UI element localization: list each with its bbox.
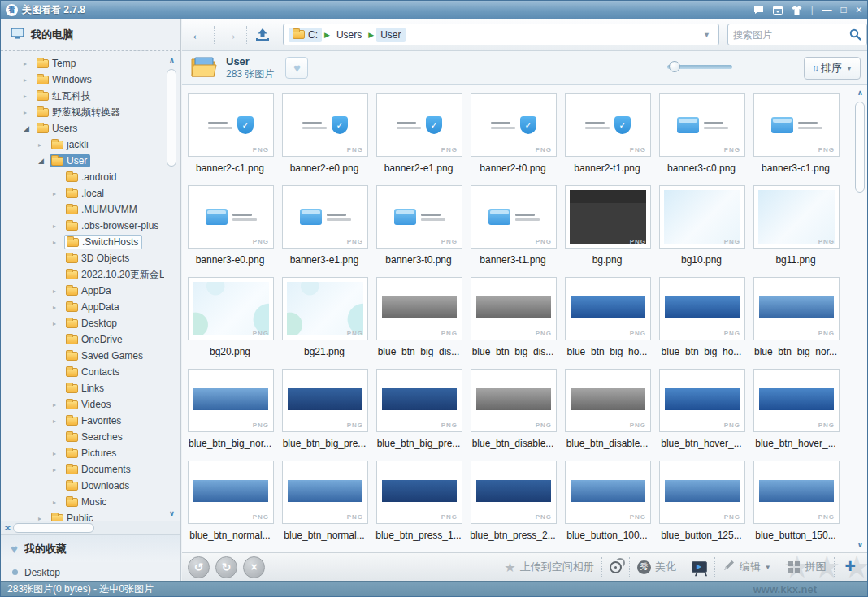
add-favorite-button[interactable]: ♥ bbox=[285, 57, 308, 79]
thumbnail-image[interactable]: PNG bbox=[282, 277, 368, 340]
expand-arrow-icon[interactable]: ▸ bbox=[53, 417, 64, 425]
thumbnail-item[interactable]: PNGbg21.png bbox=[278, 275, 372, 367]
tree-node[interactable]: 3D Objects bbox=[64, 252, 132, 265]
tree-item-Downloads[interactable]: Downloads bbox=[1, 478, 164, 494]
edit-button[interactable]: 编辑 ▼ bbox=[723, 559, 771, 575]
delete-button[interactable]: × bbox=[243, 556, 265, 578]
scroll-up-icon[interactable]: ∧ bbox=[854, 87, 866, 98]
scroll-down-icon[interactable]: ∨ bbox=[854, 539, 866, 551]
tree-item-Saved-Games[interactable]: Saved Games bbox=[1, 348, 164, 364]
tree-node[interactable]: Downloads bbox=[64, 479, 132, 492]
forward-button[interactable]: → bbox=[215, 27, 246, 42]
tree-item-Videos[interactable]: ▸Videos bbox=[1, 396, 164, 413]
thumbnail-image[interactable]: PNG bbox=[565, 185, 651, 249]
tree-node[interactable]: Windows bbox=[35, 73, 95, 86]
thumbnail-image[interactable]: ✓PNG bbox=[188, 93, 274, 157]
tree-node[interactable]: Contacts bbox=[64, 366, 123, 379]
close-button[interactable]: × bbox=[856, 4, 862, 15]
tree-item-2022.10.20-L[interactable]: 2022.10.20更新金L bbox=[1, 266, 164, 283]
tree-item-Users[interactable]: ◢Users bbox=[1, 120, 164, 136]
tree-node[interactable]: AppData bbox=[64, 301, 123, 314]
scroll-up-icon[interactable]: ∧ bbox=[166, 54, 178, 66]
tree-item-jackli[interactable]: ▸jackli bbox=[1, 136, 164, 153]
tree-node[interactable]: Saved Games bbox=[64, 349, 146, 362]
add-button[interactable]: + bbox=[842, 557, 859, 578]
rotate-right-button[interactable]: ↻ bbox=[215, 556, 237, 578]
tree-item-.android[interactable]: .android bbox=[1, 169, 164, 185]
expand-arrow-icon[interactable]: ▸ bbox=[53, 223, 64, 230]
collapse-arrow-icon[interactable]: ◢ bbox=[24, 124, 35, 132]
thumbnail-image[interactable]: ✓PNG bbox=[376, 93, 462, 157]
expand-arrow-icon[interactable]: ▸ bbox=[38, 141, 50, 149]
search-input[interactable] bbox=[733, 29, 849, 41]
tree-item-User[interactable]: ◢User bbox=[1, 153, 164, 169]
grid-scrollbar-thumb[interactable] bbox=[855, 102, 865, 193]
thumbnail-image[interactable]: PNG bbox=[376, 185, 462, 249]
tree-node[interactable]: Favorites bbox=[64, 414, 124, 427]
thumbnail-image[interactable]: PNG bbox=[282, 185, 368, 249]
thumbnail-item[interactable]: PNGblue_btn_big_ho... bbox=[655, 275, 749, 367]
thumbnail-item[interactable]: PNGbg10.png bbox=[655, 184, 749, 275]
expand-arrow-icon[interactable]: ▸ bbox=[53, 304, 64, 311]
thumbnail-item[interactable]: PNGblue_btn_disable... bbox=[467, 367, 561, 459]
tree-node[interactable]: Links bbox=[64, 382, 107, 395]
expand-arrow-icon[interactable]: ▸ bbox=[53, 190, 64, 197]
tree-node[interactable]: Temp bbox=[35, 57, 79, 70]
thumbnail-image[interactable]: PNG bbox=[188, 461, 274, 524]
thumbnail-item[interactable]: PNGblue_btn_big_pre... bbox=[278, 367, 372, 459]
tree-node[interactable]: 野葱视频转换器 bbox=[35, 105, 124, 120]
expand-arrow-icon[interactable]: ▸ bbox=[53, 499, 64, 506]
tree-node[interactable]: Users bbox=[35, 122, 80, 135]
skin-icon[interactable] bbox=[792, 6, 802, 15]
expand-arrow-icon[interactable]: ▸ bbox=[24, 60, 35, 67]
tree-item-Music[interactable]: ▸Music bbox=[1, 494, 164, 510]
thumbnail-image[interactable]: PNG bbox=[376, 369, 462, 432]
thumbnail-image[interactable]: ✓PNG bbox=[282, 93, 368, 157]
thumbnail-image[interactable]: PNG bbox=[565, 369, 651, 432]
expand-arrow-icon[interactable]: ▸ bbox=[24, 76, 35, 84]
scroll-right-icon[interactable]: > bbox=[1, 522, 13, 534]
thumbnail-item[interactable]: PNGbanner3-t1.png bbox=[467, 184, 561, 275]
thumbnail-image[interactable]: PNG bbox=[376, 461, 462, 524]
tree-node[interactable]: User bbox=[50, 154, 90, 167]
thumbnail-item[interactable]: ✓PNGbanner2-t1.png bbox=[561, 92, 655, 184]
thumbnail-item[interactable]: ✓PNGbanner2-t0.png bbox=[467, 92, 561, 184]
thumbnail-item[interactable]: PNGblue_btn_big_ho... bbox=[561, 275, 655, 367]
tree-node[interactable]: 红瓦科技 bbox=[35, 89, 94, 104]
breadcrumb-drive[interactable]: C: bbox=[289, 28, 322, 42]
tree-node[interactable]: .android bbox=[64, 171, 119, 184]
thumbnail-item[interactable]: PNGblue_btn_normal... bbox=[278, 459, 372, 551]
expand-arrow-icon[interactable]: ▸ bbox=[53, 239, 64, 246]
maximize-button[interactable]: □ bbox=[841, 5, 847, 15]
slider-handle[interactable] bbox=[669, 61, 680, 72]
expand-arrow-icon[interactable]: ▸ bbox=[24, 109, 35, 116]
thumbnail-image[interactable]: PNG bbox=[659, 369, 745, 432]
thumbnail-item[interactable]: ✓PNGbanner2-e1.png bbox=[372, 92, 467, 184]
tree-node[interactable]: .obs-browser-plus bbox=[64, 219, 162, 232]
tree-item-Contacts[interactable]: Contacts bbox=[1, 364, 164, 380]
expand-arrow-icon[interactable]: ▸ bbox=[53, 466, 64, 474]
thumbnail-image[interactable]: PNG bbox=[471, 185, 557, 249]
tree-item-Windows[interactable]: ▸Windows bbox=[1, 71, 164, 88]
tree-node[interactable]: Documents bbox=[64, 463, 134, 476]
thumbnail-image[interactable]: PNG bbox=[659, 185, 745, 249]
thumbnail-item[interactable]: PNGblue_btn_big_dis... bbox=[372, 275, 467, 367]
thumbnail-size-slider[interactable] bbox=[667, 65, 732, 69]
address-bar[interactable]: C: ▶ Users ▶ User ▼ bbox=[283, 24, 719, 45]
tree-item-.local[interactable]: ▸.local bbox=[1, 185, 164, 201]
thumbnail-image[interactable]: PNG bbox=[376, 277, 462, 340]
up-level-button[interactable] bbox=[247, 28, 278, 41]
expand-arrow-icon[interactable]: ▸ bbox=[53, 288, 64, 295]
tree-item-AppDa[interactable]: ▸AppDa bbox=[1, 283, 164, 299]
tree-node[interactable]: .local bbox=[64, 187, 107, 200]
thumbnail-item[interactable]: PNGblue_button_125... bbox=[655, 459, 749, 551]
beautify-button[interactable]: 秀 美化 bbox=[637, 560, 676, 574]
thumbnail-item[interactable]: PNGbg11.png bbox=[749, 184, 844, 275]
expand-arrow-icon[interactable]: ▸ bbox=[38, 515, 50, 521]
address-dropdown-icon[interactable]: ▼ bbox=[700, 31, 714, 39]
thumbnail-image[interactable]: PNG bbox=[471, 369, 557, 432]
tree-node[interactable]: Desktop bbox=[64, 317, 120, 330]
thumbnail-item[interactable]: ✓PNGbanner2-e0.png bbox=[278, 92, 372, 184]
thumbnail-item[interactable]: PNGblue_btn_hover_... bbox=[749, 367, 844, 459]
slideshow-button[interactable]: ▶ bbox=[692, 561, 707, 573]
